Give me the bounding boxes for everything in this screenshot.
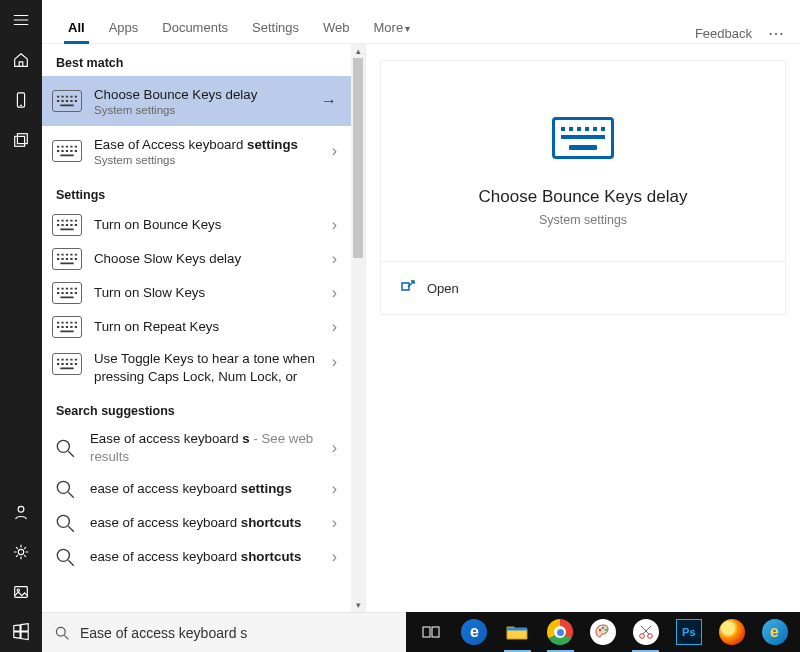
- ie-icon[interactable]: e: [755, 616, 794, 648]
- chrome-icon[interactable]: [541, 616, 580, 648]
- svg-point-17: [640, 634, 645, 639]
- result-turn-on-slow-keys[interactable]: Turn on Slow Keys ›: [42, 276, 351, 310]
- paint-icon[interactable]: [584, 616, 623, 648]
- svg-rect-13: [432, 627, 439, 637]
- tab-documents[interactable]: Documents: [150, 10, 240, 43]
- left-rail: [0, 0, 42, 652]
- svg-point-16: [605, 629, 607, 631]
- result-turn-on-bounce-keys[interactable]: Turn on Bounce Keys ›: [42, 208, 351, 242]
- gear-icon[interactable]: [0, 532, 42, 572]
- scroll-down-arrow-icon[interactable]: ▾: [351, 598, 365, 612]
- svg-point-8: [57, 481, 69, 493]
- doc-stack-icon[interactable]: [0, 120, 42, 160]
- taskbar: e Ps e: [406, 612, 800, 652]
- photoshop-icon[interactable]: Ps: [669, 616, 708, 648]
- section-search-suggestions: Search suggestions: [42, 392, 351, 424]
- firefox-icon[interactable]: [712, 616, 751, 648]
- expand-arrow-icon[interactable]: →: [321, 92, 341, 110]
- keyboard-icon: [52, 353, 82, 375]
- preview-title: Choose Bounce Keys delay: [479, 187, 688, 207]
- keyboard-icon: [52, 248, 82, 270]
- svg-point-7: [57, 440, 69, 452]
- results-list: Best match Choose Bounce Keys delay Syst…: [42, 44, 366, 612]
- chevron-right-icon[interactable]: ›: [332, 548, 341, 566]
- svg-point-15: [602, 627, 604, 629]
- chevron-right-icon[interactable]: ›: [332, 142, 341, 160]
- suggestion-see-web-results[interactable]: Ease of access keyboard s - See web resu…: [42, 424, 351, 472]
- hamburger-icon[interactable]: [0, 0, 42, 40]
- result-title: Choose Slow Keys delay: [94, 250, 320, 268]
- svg-point-18: [648, 634, 653, 639]
- chevron-right-icon[interactable]: ›: [332, 480, 341, 498]
- tab-more[interactable]: More▾: [362, 10, 423, 43]
- chevron-right-icon[interactable]: ›: [332, 439, 341, 457]
- scroll-up-arrow-icon[interactable]: ▴: [351, 44, 365, 58]
- suggestion-settings[interactable]: ease of access keyboard settings ›: [42, 472, 351, 506]
- result-choose-slow-keys-delay[interactable]: Choose Slow Keys delay ›: [42, 242, 351, 276]
- svg-point-6: [17, 589, 19, 591]
- search-text: Ease of access keyboard s: [80, 625, 247, 641]
- result-title: Turn on Repeat Keys: [94, 318, 320, 336]
- mobile-icon[interactable]: [0, 80, 42, 120]
- result-title: Ease of Access keyboard settings: [94, 136, 320, 154]
- result-toggle-keys-tone[interactable]: Use Toggle Keys to hear a tone when pres…: [42, 344, 351, 392]
- result-subtitle: System settings: [94, 154, 320, 166]
- keyboard-icon: [52, 140, 82, 162]
- svg-point-11: [56, 627, 65, 636]
- chevron-right-icon[interactable]: ›: [332, 514, 341, 532]
- result-title: Choose Bounce Keys delay: [94, 86, 309, 104]
- keyboard-icon: [52, 90, 82, 112]
- open-icon: [399, 280, 415, 296]
- picture-icon[interactable]: [0, 572, 42, 612]
- snipping-icon[interactable]: [626, 616, 665, 648]
- search-icon: [52, 546, 78, 568]
- search-icon: [54, 625, 70, 641]
- search-icon: [52, 478, 78, 500]
- filter-tabs: All Apps Documents Settings Web More▾ Fe…: [42, 0, 800, 44]
- result-choose-bounce-keys-delay[interactable]: Choose Bounce Keys delay System settings…: [42, 76, 351, 126]
- keyboard-icon: [52, 214, 82, 236]
- suggestion-text: ease of access keyboard shortcuts: [90, 514, 320, 532]
- svg-rect-1: [15, 136, 25, 146]
- suggestion-shortcuts-2[interactable]: ease of access keyboard shortcuts ›: [42, 540, 351, 574]
- result-turn-on-repeat-keys[interactable]: Turn on Repeat Keys ›: [42, 310, 351, 344]
- result-ease-of-access-keyboard-settings[interactable]: Ease of Access keyboard settings System …: [42, 126, 351, 176]
- chevron-right-icon[interactable]: ›: [332, 216, 341, 234]
- open-label: Open: [427, 281, 459, 296]
- svg-point-10: [57, 549, 69, 561]
- svg-rect-5: [15, 587, 28, 598]
- search-icon: [52, 512, 78, 534]
- svg-point-3: [18, 506, 24, 512]
- taskview-icon[interactable]: [412, 616, 451, 648]
- home-icon[interactable]: [0, 40, 42, 80]
- suggestion-text: Ease of access keyboard s - See web resu…: [90, 430, 320, 466]
- person-icon[interactable]: [0, 492, 42, 532]
- svg-point-4: [18, 549, 23, 554]
- suggestion-text: ease of access keyboard shortcuts: [90, 548, 320, 566]
- options-icon[interactable]: ⋯: [768, 24, 786, 43]
- keyboard-icon: [52, 316, 82, 338]
- suggestion-shortcuts[interactable]: ease of access keyboard shortcuts ›: [42, 506, 351, 540]
- suggestion-text: ease of access keyboard settings: [90, 480, 320, 498]
- chevron-right-icon[interactable]: ›: [332, 284, 341, 302]
- svg-rect-2: [17, 134, 27, 144]
- tab-web[interactable]: Web: [311, 10, 362, 43]
- preview-pane: Choose Bounce Keys delay System settings…: [366, 44, 800, 612]
- result-title: Turn on Slow Keys: [94, 284, 320, 302]
- chevron-right-icon[interactable]: ›: [332, 353, 341, 371]
- windows-start-icon[interactable]: [0, 612, 42, 652]
- file-explorer-icon[interactable]: [498, 616, 537, 648]
- results-scrollbar[interactable]: ▴ ▾: [351, 44, 365, 612]
- tab-apps[interactable]: Apps: [97, 10, 151, 43]
- search-input-bar[interactable]: Ease of access keyboard s: [42, 612, 406, 652]
- tab-all[interactable]: All: [56, 10, 97, 43]
- chevron-right-icon[interactable]: ›: [332, 318, 341, 336]
- start-search-panel: All Apps Documents Settings Web More▾ Fe…: [42, 0, 800, 652]
- chevron-right-icon[interactable]: ›: [332, 250, 341, 268]
- feedback-link[interactable]: Feedback: [695, 26, 752, 41]
- keyboard-icon: [52, 282, 82, 304]
- scrollbar-thumb[interactable]: [353, 58, 363, 258]
- open-action[interactable]: Open: [399, 274, 767, 302]
- edge-icon[interactable]: e: [455, 616, 494, 648]
- tab-settings[interactable]: Settings: [240, 10, 311, 43]
